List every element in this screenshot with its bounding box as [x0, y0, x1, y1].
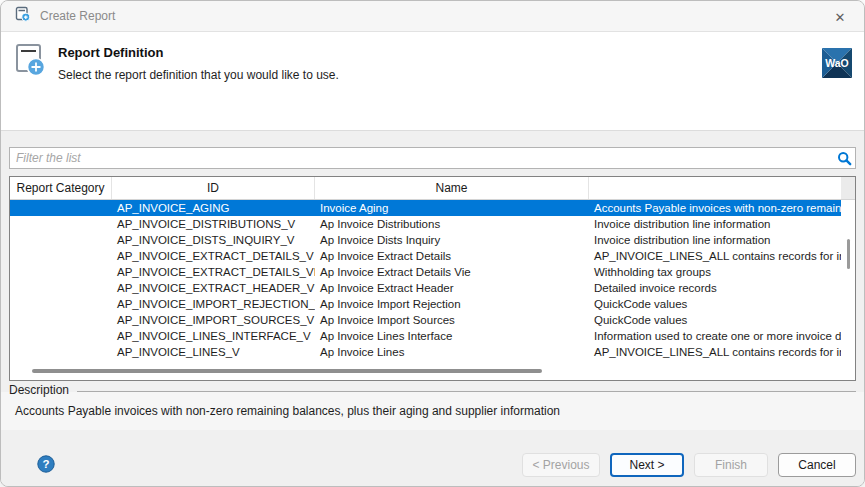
table-row[interactable]: AP_INVOICE_LINES_VAp Invoice LinesAP_INV…	[10, 344, 841, 360]
column-header-report-category[interactable]: Report Category	[10, 177, 112, 199]
vertical-scrollbar-thumb[interactable]	[847, 239, 850, 269]
wizard-header: Report Definition Select the report defi…	[1, 32, 864, 131]
table-cell-name: Ap Invoice Import Rejection	[315, 296, 589, 312]
dialog-body: Report Category ID Name AP_INVOICE_AGING…	[1, 131, 864, 486]
table-row[interactable]: AP_INVOICE_DISTS_INQUIRY_VAp Invoice Dis…	[10, 232, 841, 248]
table-cell-category	[10, 280, 112, 296]
description-group: Description	[9, 383, 856, 397]
table-cell-name: Ap Invoice Extract Header	[315, 280, 589, 296]
table-cell-id: AP_INVOICE_LINES_INTERFACE_V	[112, 328, 315, 344]
table-cell-description: Detailed invoice records	[589, 280, 841, 296]
table-row[interactable]: AP_INVOICE_EXTRACT_DETAILS_VAp Invoice E…	[10, 248, 841, 264]
table-cell-name: Ap Invoice Dists Inquiry	[315, 232, 589, 248]
table-row[interactable]: AP_INVOICE_EXTRACT_DETAILS_VLAp Invoice …	[10, 264, 841, 280]
next-button[interactable]: Next >	[610, 453, 684, 477]
previous-button[interactable]: < Previous	[522, 453, 600, 477]
table-cell-category	[10, 200, 112, 216]
table-cell-description: Accounts Payable invoices with non-zero …	[589, 200, 841, 216]
table-cell-id: AP_INVOICE_AGING	[112, 200, 315, 216]
report-definition-icon	[15, 42, 49, 82]
table-row[interactable]: AP_INVOICE_LINES_INTERFACE_VAp Invoice L…	[10, 328, 841, 344]
table-cell-name: Ap Invoice Import Sources	[315, 312, 589, 328]
table-cell-category	[10, 216, 112, 232]
table-cell-name: Ap Invoice Lines Interface	[315, 328, 589, 344]
table-cell-description: Information used to create one or more i…	[589, 328, 841, 344]
table-cell-description: Invoice distribution line information	[589, 232, 841, 248]
wao-logo: WaO	[822, 48, 852, 78]
table-row[interactable]: AP_INVOICE_AGINGInvoice AgingAccounts Pa…	[10, 200, 841, 216]
window-title: Create Report	[40, 9, 115, 23]
cancel-button[interactable]: Cancel	[778, 453, 856, 477]
column-header-name[interactable]: Name	[315, 177, 589, 199]
table-cell-id: AP_INVOICE_LINES_V	[112, 344, 315, 360]
titlebar: Create Report ✕	[1, 1, 864, 32]
table-cell-category	[10, 344, 112, 360]
close-icon[interactable]: ✕	[828, 6, 852, 28]
table-cell-category	[10, 328, 112, 344]
table-cell-category	[10, 312, 112, 328]
table-row[interactable]: AP_INVOICE_DISTRIBUTIONS_VAp Invoice Dis…	[10, 216, 841, 232]
table-cell-description: AP_INVOICE_LINES_ALL contains records fo…	[589, 344, 841, 360]
filter-input[interactable]	[10, 148, 833, 168]
table-cell-name: Invoice Aging	[315, 200, 589, 216]
table-cell-name: Ap Invoice Lines	[315, 344, 589, 360]
table-cell-name: Ap Invoice Distributions	[315, 216, 589, 232]
table-cell-id: AP_INVOICE_IMPORT_SOURCES_V	[112, 312, 315, 328]
table-cell-id: AP_INVOICE_EXTRACT_HEADER_V	[112, 280, 315, 296]
table-cell-description: QuickCode values	[589, 312, 841, 328]
description-text: Accounts Payable invoices with non-zero …	[15, 404, 560, 418]
column-header-id[interactable]: ID	[112, 177, 315, 199]
table-cell-category	[10, 232, 112, 248]
table-cell-name: Ap Invoice Extract Details	[315, 248, 589, 264]
table-cell-id: AP_INVOICE_DISTS_INQUIRY_V	[112, 232, 315, 248]
page-subtitle: Select the report definition that you wo…	[58, 68, 339, 82]
report-table: Report Category ID Name AP_INVOICE_AGING…	[9, 176, 856, 381]
table-row[interactable]: AP_INVOICE_IMPORT_SOURCES_VAp Invoice Im…	[10, 312, 841, 328]
table-cell-category	[10, 264, 112, 280]
table-cell-id: AP_INVOICE_EXTRACT_DETAILS_VL	[112, 264, 315, 280]
table-rows: AP_INVOICE_AGINGInvoice AgingAccounts Pa…	[10, 200, 855, 360]
button-row: < Previous Next > Finish Cancel	[522, 453, 856, 477]
table-cell-description: QuickCode values	[589, 296, 841, 312]
create-report-dialog: Create Report ✕ Report Definition Select…	[0, 0, 865, 487]
page-title: Report Definition	[58, 45, 163, 60]
table-cell-id: AP_INVOICE_IMPORT_REJECTION_V	[112, 296, 315, 312]
svg-text:?: ?	[42, 458, 49, 470]
table-cell-name: Ap Invoice Extract Details Vie	[315, 264, 589, 280]
table-row[interactable]: AP_INVOICE_EXTRACT_HEADER_VAp Invoice Ex…	[10, 280, 841, 296]
table-cell-id: AP_INVOICE_DISTRIBUTIONS_V	[112, 216, 315, 232]
column-header-description[interactable]	[589, 177, 855, 199]
horizontal-scrollbar-thumb[interactable]	[32, 369, 542, 373]
table-cell-id: AP_INVOICE_EXTRACT_DETAILS_V	[112, 248, 315, 264]
create-report-icon	[15, 6, 31, 26]
table-cell-category	[10, 296, 112, 312]
table-header-corner	[841, 177, 855, 199]
table-row[interactable]: AP_INVOICE_IMPORT_REJECTION_VAp Invoice …	[10, 296, 841, 312]
wao-logo-text: WaO	[825, 57, 849, 69]
help-icon[interactable]: ?	[37, 455, 55, 473]
description-label: Description	[9, 383, 69, 397]
finish-button[interactable]: Finish	[694, 453, 768, 477]
search-icon[interactable]	[833, 151, 855, 166]
table-cell-description: Withholding tax groups	[589, 264, 841, 280]
table-cell-category	[10, 248, 112, 264]
filter-box	[9, 147, 856, 169]
description-divider	[77, 391, 856, 392]
table-cell-description: AP_INVOICE_LINES_ALL contains records fo…	[589, 248, 841, 264]
table-header: Report Category ID Name	[10, 177, 855, 200]
table-cell-description: Invoice distribution line information	[589, 216, 841, 232]
